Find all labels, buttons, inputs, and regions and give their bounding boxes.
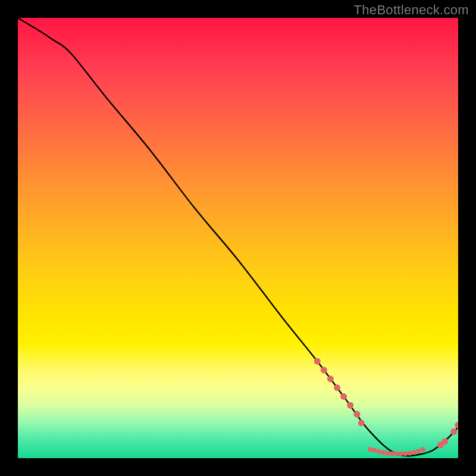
chart-overlay (18, 18, 458, 458)
curve-marker (381, 450, 386, 455)
watermark-text: TheBottleneck.com (354, 2, 469, 18)
curve-marker (408, 451, 412, 456)
curve-line (18, 18, 458, 456)
curve-marker (399, 452, 403, 456)
curve-marker (416, 449, 421, 453)
curve-marker (321, 367, 327, 374)
curve-marker (372, 448, 377, 453)
curve-marker (368, 447, 372, 452)
curve-marker (421, 447, 425, 452)
curve-marker (441, 438, 448, 444)
curve-marker (394, 452, 399, 456)
curve-marker (353, 411, 360, 418)
curve-marker (450, 428, 457, 435)
curve-marker (377, 449, 381, 454)
curve-marker (403, 452, 408, 456)
curve-marker (386, 451, 390, 456)
curve-marker (327, 375, 334, 382)
curve-marker (340, 393, 347, 400)
chart-frame: TheBottleneck.com (0, 0, 476, 476)
curve-markers (314, 358, 458, 456)
curve-marker (358, 419, 365, 426)
curve-marker (347, 402, 353, 409)
curve-marker (314, 358, 321, 365)
curve-marker (390, 452, 394, 456)
curve-marker (334, 384, 340, 391)
curve-marker (412, 450, 416, 455)
curve-marker (455, 422, 459, 428)
chart-plot-area (18, 18, 458, 458)
